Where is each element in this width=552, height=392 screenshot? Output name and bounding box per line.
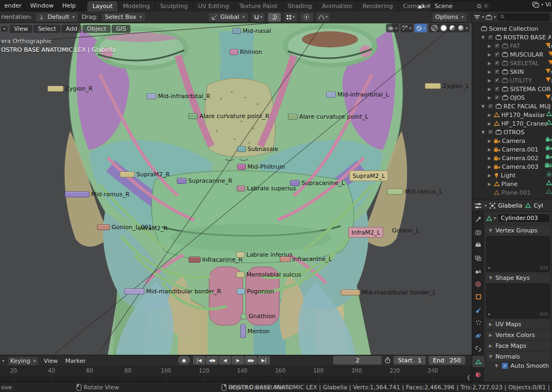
landmark-label[interactable]: Alare curvature point_L: [288, 113, 368, 120]
outliner-row-fat[interactable]: ▶✓FAT15: [472, 42, 552, 50]
timeline-marker-menu[interactable]: Marker: [63, 357, 88, 365]
disclosure-icon[interactable]: ▶: [487, 113, 492, 118]
outliner-row-otros[interactable]: ▼✓OTROS: [472, 128, 552, 136]
viewport-3d[interactable]: Mid-nasalRhinionZygion_RMid-infraorbital…: [0, 23, 472, 355]
disclosure-icon[interactable]: ▶: [487, 147, 492, 152]
outliner-row-rec-facial-mujer[interactable]: ▼✓REC FACIAL MUJER: [472, 102, 552, 111]
options-dropdown[interactable]: Options▾: [432, 12, 467, 22]
outliner-row-camera[interactable]: ▶Camera: [472, 136, 552, 145]
landmark-label[interactable]: Alare curvature point_R: [188, 113, 270, 120]
disclosure-icon[interactable]: ▶: [487, 87, 492, 92]
previous-keyframe-button[interactable]: ◀◆: [206, 356, 218, 365]
list-grip-icon[interactable]: [540, 312, 548, 316]
outliner-row-rostro-base-anat[interactable]: ▼✓ROSTRO BASE ANAT: [472, 33, 552, 42]
outliner-row-icons[interactable]: 15: [545, 42, 552, 49]
camera-green-box-icon[interactable]: [544, 163, 552, 168]
scene-browse-chevron-icon[interactable]: ▾: [427, 4, 429, 9]
snap-toggle-button[interactable]: ▾: [252, 13, 265, 22]
disclosure-icon[interactable]: ▶: [487, 139, 492, 143]
stopwatch-icon[interactable]: [384, 357, 391, 363]
outliner-row-icons[interactable]: [546, 171, 552, 177]
timeline-view-menu[interactable]: View: [42, 357, 60, 365]
outliner-row-icons[interactable]: [546, 189, 552, 194]
timeline-ruler[interactable]: 20406080100120140160180200220240: [0, 366, 472, 376]
outliner-row-hf-170-craneo[interactable]: ▶HF_170_Craneo: [472, 119, 552, 128]
outliner-display-mode-chevron-icon[interactable]: ▾: [482, 15, 484, 19]
properties-tab-constraints[interactable]: [472, 343, 484, 354]
disclosure-icon[interactable]: ▶: [487, 95, 492, 100]
landmark-label[interactable]: Mid-mandibular border_R: [124, 288, 221, 295]
panel-shape-keys[interactable]: ▼Shape Keys: [486, 273, 550, 283]
orientation-dropdown[interactable]: Default▾: [35, 12, 78, 22]
shape-keys-list[interactable]: ▸: [486, 284, 550, 318]
outliner-row-plane-001[interactable]: Plane.001: [472, 188, 552, 197]
outliner-row-icons[interactable]: [546, 146, 552, 150]
outliner-row-skeletal[interactable]: ▶✓SKELETAL: [472, 59, 552, 67]
outliner-row-sistema-coron[interactable]: ▶✓SISTEMA CORON: [472, 85, 552, 93]
timeline-collapse-icon[interactable]: ❮: [466, 375, 471, 380]
timeline-editor-type-chevron-icon[interactable]: ▾: [2, 359, 4, 363]
mesh-green-icon[interactable]: [546, 180, 552, 185]
outliner-row-utility[interactable]: ▶✓UTILITY3: [472, 76, 552, 85]
viewport-menu-add[interactable]: Add: [61, 25, 81, 33]
disclosure-icon[interactable]: ▶: [487, 164, 492, 169]
landmark-label[interactable]: SupraM2_L: [349, 170, 388, 181]
landmark-label[interactable]: Mid-mandibular border_L: [341, 289, 436, 296]
disclosure-icon[interactable]: ▶: [487, 121, 492, 126]
landmark-label[interactable]: Gonion_L: [392, 227, 419, 234]
outliner-row-camera-003[interactable]: ▶Camera.003: [472, 162, 552, 171]
outliner-row-camera-002[interactable]: ▶Camera.002: [472, 154, 552, 162]
landmark-label[interactable]: Gnathion: [240, 313, 275, 320]
outliner-row-icons[interactable]: [546, 111, 552, 116]
properties-tab-render[interactable]: [472, 226, 484, 238]
outliner-row-ojos[interactable]: ▶✓OJOS2: [472, 93, 552, 102]
scene-name-field[interactable]: Scene ⧉ ✕: [431, 1, 492, 11]
landmark-label[interactable]: SupraM2_R: [120, 171, 170, 178]
shading-wireframe-icon[interactable]: [431, 25, 438, 31]
drag-dropdown[interactable]: Select Box▾: [101, 12, 146, 22]
outliner-filter-icon[interactable]: [474, 15, 480, 20]
landmark-label[interactable]: Mid-ramus_R: [65, 191, 129, 198]
properties-tab-physics[interactable]: [472, 330, 484, 341]
jump-to-start-button[interactable]: |◀: [193, 356, 205, 365]
play-button[interactable]: ▶: [232, 356, 244, 365]
viewport-menu-gis[interactable]: GIS: [112, 25, 130, 33]
proportional-editing-icon[interactable]: [268, 13, 281, 22]
outliner-row-hf170-maxilar[interactable]: ▶HF170_Maxilar: [472, 111, 552, 119]
mesh-browse-chevron-icon[interactable]: ▾: [494, 216, 496, 221]
collection-checkbox[interactable]: ✓: [494, 60, 500, 66]
properties-tab-view-layer[interactable]: [472, 252, 484, 264]
landmark-label[interactable]: Zygion_R: [47, 85, 93, 92]
landmark-label[interactable]: Mid-infraorbital_R: [147, 93, 210, 100]
disclosure-icon[interactable]: ▶: [487, 44, 492, 49]
disclosure-icon[interactable]: ▶: [487, 70, 492, 74]
editor-type-chevron-icon[interactable]: ▾: [485, 203, 487, 208]
outliner-row-icons[interactable]: [548, 51, 552, 57]
viewport-menu-object[interactable]: Object: [82, 25, 111, 33]
current-frame-field[interactable]: 2: [333, 356, 382, 365]
outliner-row-icons[interactable]: 5: [545, 68, 552, 74]
outliner-row-icons[interactable]: [546, 154, 552, 159]
landmark-label[interactable]: Supracanine_R: [177, 177, 232, 184]
properties-tab-scene[interactable]: [472, 265, 484, 277]
disclosure-icon[interactable]: ▶: [487, 173, 492, 178]
landmark-label[interactable]: InfraM2_L: [348, 227, 383, 238]
menu-help[interactable]: Help: [58, 2, 80, 9]
landmark-label[interactable]: InfraM2_R: [138, 225, 168, 232]
new-scene-icon[interactable]: ⧉: [477, 3, 481, 10]
collection-checkbox[interactable]: ✓: [494, 86, 500, 92]
landmark-label[interactable]: Menton: [240, 324, 270, 338]
disclosure-icon[interactable]: ▶: [487, 156, 492, 161]
collection-checkbox[interactable]: ✓: [494, 51, 500, 58]
shading-solid-icon[interactable]: [441, 25, 446, 31]
mesh-green-icon[interactable]: [546, 120, 552, 125]
collection-checkbox[interactable]: ✓: [494, 43, 500, 49]
view-layer-icon[interactable]: [532, 2, 539, 8]
outliner-row-icons[interactable]: [546, 137, 552, 142]
properties-tab-modifiers[interactable]: [472, 304, 484, 315]
collection-checkbox[interactable]: ✓: [494, 68, 500, 75]
xray-toggle-button[interactable]: ▾: [415, 24, 427, 32]
properties-tab-data[interactable]: [472, 356, 484, 367]
properties-tab-material[interactable]: [472, 369, 484, 380]
list-resize-icon[interactable]: ▸: [488, 265, 491, 270]
